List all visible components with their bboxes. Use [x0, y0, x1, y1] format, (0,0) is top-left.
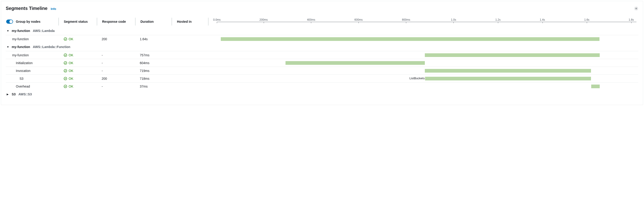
- segment-duration: 719ms: [140, 69, 176, 73]
- segment-name: my-function: [6, 37, 64, 41]
- ok-icon: [64, 85, 67, 88]
- segment-duration: 1.64s: [140, 37, 176, 41]
- segment-status: OK: [64, 61, 102, 65]
- segment-name: Initialization: [6, 61, 64, 65]
- group-name: my-function: [12, 45, 30, 49]
- status-text: OK: [68, 85, 73, 88]
- segment-bar: [221, 37, 600, 41]
- svg-point-0: [636, 8, 637, 9]
- ok-icon: [64, 37, 67, 41]
- group-type: AWS::Lambda::Function: [33, 45, 70, 49]
- ruler-tick: 1.0s: [451, 18, 456, 21]
- segment-bar: [425, 53, 600, 57]
- segment-row[interactable]: my-functionOK2001.64s: [6, 35, 638, 43]
- segment-status: OK: [64, 37, 102, 41]
- segment-name: Overhead: [6, 85, 64, 88]
- segment-status: OK: [64, 69, 102, 73]
- segment-bar-cell: ListBuckets: [212, 77, 638, 80]
- segment-name: S3: [6, 77, 64, 80]
- segment-response: 200: [102, 37, 140, 41]
- segment-name: my-function: [6, 53, 64, 57]
- time-ruler: 0.0ms200ms400ms600ms800ms1.0s1.2s1.4s1.6…: [208, 18, 638, 25]
- segment-duration: 718ms: [140, 77, 176, 80]
- segment-bar-cell: [212, 37, 638, 41]
- segment-status: OK: [64, 85, 102, 88]
- segment-duration: 37ms: [140, 85, 176, 88]
- caret-right-icon: ▶: [7, 93, 9, 96]
- segment-bar-cell: [212, 69, 638, 73]
- ruler-tick: 1.2s: [495, 18, 500, 21]
- group-row[interactable]: ▼my-functionAWS::Lambda: [6, 27, 638, 35]
- ok-icon: [64, 61, 67, 65]
- group-type: AWS::S3: [18, 92, 32, 96]
- ruler-tick: 400ms: [307, 18, 315, 21]
- segment-bar-cell: [212, 53, 638, 57]
- segment-row[interactable]: S3OK200718msListBuckets: [6, 74, 638, 82]
- ruler-tick: 0.0ms: [213, 18, 221, 21]
- status-text: OK: [68, 69, 73, 73]
- segment-duration: 757ms: [140, 53, 176, 57]
- status-text: OK: [68, 53, 73, 57]
- group-type: AWS::Lambda: [33, 29, 54, 33]
- ok-icon: [64, 77, 67, 80]
- segment-bar: [591, 85, 600, 88]
- segment-bar-label: ListBuckets: [410, 77, 424, 80]
- ruler-tick: 200ms: [260, 18, 268, 21]
- status-text: OK: [68, 77, 73, 80]
- col-header-hosted: Hosted in: [172, 20, 208, 24]
- segment-bar-cell: [212, 85, 638, 88]
- ruler-tick: 1.6s: [584, 18, 590, 21]
- columns-header-row: Group by nodes Segment status Response c…: [6, 17, 638, 27]
- ruler-tick: 600ms: [354, 18, 362, 21]
- col-header-duration: Duration: [136, 20, 172, 24]
- col-header-response: Response code: [97, 20, 135, 24]
- group-row[interactable]: ▼my-functionAWS::Lambda::Function: [6, 43, 638, 51]
- segment-duration: 604ms: [140, 61, 176, 65]
- panel-title-group: Segments Timeline Info: [6, 6, 56, 11]
- segment-status: OK: [64, 77, 102, 80]
- ruler-tick: 1.4s: [540, 18, 545, 21]
- segment-name: Invocation: [6, 69, 64, 73]
- segment-bar-cell: [212, 61, 638, 65]
- segment-response: 200: [102, 77, 140, 80]
- ok-icon: [64, 53, 67, 57]
- segments-timeline-panel: Segments Timeline Info Group by nodes Se…: [1, 1, 643, 105]
- segment-bar: ListBuckets: [425, 77, 591, 80]
- segment-row[interactable]: InvocationOK-719ms: [6, 67, 638, 74]
- status-text: OK: [68, 61, 73, 65]
- timeline-body: ▼my-functionAWS::Lambdamy-functionOK2001…: [6, 27, 638, 98]
- group-by-nodes-toggle[interactable]: [6, 20, 13, 24]
- segment-status: OK: [64, 53, 102, 57]
- caret-down-icon: ▼: [7, 30, 9, 32]
- segment-row[interactable]: InitializationOK-604ms: [6, 59, 638, 67]
- info-link[interactable]: Info: [51, 7, 56, 11]
- panel-title: Segments Timeline: [6, 6, 48, 11]
- segment-response: -: [102, 69, 140, 73]
- caret-down-icon: ▼: [7, 46, 9, 48]
- col-header-status: Segment status: [59, 20, 97, 24]
- ruler-tick: 800ms: [402, 18, 410, 21]
- segment-bar: [425, 69, 591, 73]
- group-by-nodes-control: Group by nodes: [6, 20, 58, 24]
- panel-header: Segments Timeline Info: [6, 6, 638, 11]
- segment-response: -: [102, 85, 140, 88]
- ok-icon: [64, 69, 67, 73]
- group-row[interactable]: ▶S3AWS::S3: [6, 90, 638, 98]
- segment-response: -: [102, 53, 140, 57]
- group-name: my-function: [12, 29, 30, 33]
- segment-response: -: [102, 61, 140, 65]
- segment-row[interactable]: OverheadOK-37ms: [6, 82, 638, 90]
- gear-icon[interactable]: [634, 7, 638, 11]
- group-by-nodes-label: Group by nodes: [16, 20, 40, 24]
- segment-bar: [286, 61, 425, 65]
- group-name: S3: [12, 92, 16, 96]
- status-text: OK: [68, 37, 73, 41]
- ruler-tick: 1.8s: [628, 18, 634, 21]
- segment-row[interactable]: my-functionOK-757ms: [6, 51, 638, 59]
